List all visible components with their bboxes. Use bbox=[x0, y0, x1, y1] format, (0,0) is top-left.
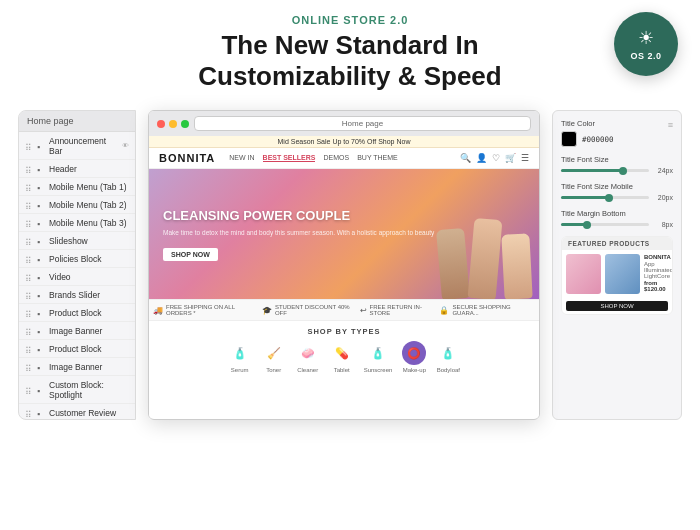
shipping-item-free: 🚚 FREE SHIPPING ON ALL ORDERS * bbox=[153, 304, 262, 316]
drag-icon: ⠿ bbox=[25, 166, 31, 172]
sidebar-item-slideshow[interactable]: ⠿ ▪ Slideshow bbox=[19, 232, 135, 250]
shop-now-button[interactable]: SHOP NOW bbox=[566, 301, 668, 311]
maximize-dot[interactable] bbox=[181, 120, 189, 128]
font-size-slider-track[interactable] bbox=[561, 169, 649, 172]
drag-icon: ⠿ bbox=[25, 143, 31, 149]
close-dot[interactable] bbox=[157, 120, 165, 128]
search-icon[interactable]: 🔍 bbox=[460, 153, 471, 163]
section-icon: ▪ bbox=[37, 345, 45, 353]
sidebar-item-brands-slider[interactable]: ⠿ ▪ Brands Slider bbox=[19, 286, 135, 304]
cat-item-toner[interactable]: 🧹 Toner bbox=[262, 341, 286, 373]
cart-icon[interactable]: 🛒 bbox=[505, 153, 516, 163]
shipping-item-secure: 🔒 SECURE SHOPPING GUARA... bbox=[439, 304, 535, 316]
section-icon: ▪ bbox=[37, 273, 45, 281]
browser-content: Mid Season Sale Up to 70% Off Shop Now B… bbox=[149, 136, 539, 418]
featured-header: FEATURED PRODUCTS bbox=[562, 237, 672, 250]
font-size-value: 24px bbox=[653, 167, 673, 174]
title-font-size-label: Title Font Size bbox=[561, 155, 673, 164]
font-size-slider-fill bbox=[561, 169, 623, 172]
product-brand: BONNITA bbox=[644, 254, 673, 260]
cat-icon-sunscreen: 🧴 bbox=[366, 341, 390, 365]
font-size-slider-row: 24px bbox=[561, 167, 673, 174]
nav-demos[interactable]: DEMOS bbox=[323, 154, 349, 162]
sidebar-item-product-block-2[interactable]: ⠿ ▪ Product Block bbox=[19, 340, 135, 358]
cat-item-tablet[interactable]: 💊 Tablet bbox=[330, 341, 354, 373]
hero-cta-button[interactable]: SHOP NOW bbox=[163, 248, 218, 261]
sidebar-item-customer-review[interactable]: ⠿ ▪ Customer Review bbox=[19, 404, 135, 420]
product-name: App Illuminated LightCore bbox=[644, 261, 673, 279]
product-bottle-2 bbox=[468, 218, 503, 299]
wishlist-icon[interactable]: ♡ bbox=[492, 153, 500, 163]
drag-icon: ⠿ bbox=[25, 238, 31, 244]
sale-banner: Mid Season Sale Up to 70% Off Shop Now bbox=[149, 136, 539, 148]
cat-label-toner: Toner bbox=[266, 367, 281, 373]
nav-new-in[interactable]: NEW IN bbox=[229, 154, 254, 162]
browser-url-bar[interactable]: Home page bbox=[194, 116, 531, 131]
section-icon: ▪ bbox=[37, 327, 45, 335]
sidebar-item-header[interactable]: ⠿ ▪ Header bbox=[19, 160, 135, 178]
font-size-slider-thumb[interactable] bbox=[619, 167, 627, 175]
product-info: BONNITA App Illuminated LightCore from $… bbox=[644, 254, 673, 294]
color-swatch[interactable] bbox=[561, 131, 577, 147]
cat-label-cleaner: Cleaner bbox=[297, 367, 318, 373]
sidebar-item-announcement-bar[interactable]: ⠿ ▪ Announcement Bar 👁 bbox=[19, 132, 135, 160]
sidebar-item-policies[interactable]: ⠿ ▪ Policies Block bbox=[19, 250, 135, 268]
margin-slider-thumb[interactable] bbox=[583, 221, 591, 229]
cat-icon-cleaner: 🧼 bbox=[296, 341, 320, 365]
drag-icon: ⠿ bbox=[25, 202, 31, 208]
margin-value: 8px bbox=[653, 221, 673, 228]
font-mobile-slider-thumb[interactable] bbox=[605, 194, 613, 202]
font-mobile-slider-track[interactable] bbox=[561, 196, 649, 199]
browser-window: Home page Mid Season Sale Up to 70% Off … bbox=[148, 110, 540, 420]
sidebar-item-product-block-1[interactable]: ⠿ ▪ Product Block bbox=[19, 304, 135, 322]
cat-item-cleaner[interactable]: 🧼 Cleaner bbox=[296, 341, 320, 373]
sidebar-item-label: Custom Block: Spotlight bbox=[49, 380, 129, 400]
product-bottle-3 bbox=[501, 234, 532, 300]
shipping-text-student: STUDENT DISCOUNT 40% OFF bbox=[275, 304, 360, 316]
account-icon[interactable]: 👤 bbox=[476, 153, 487, 163]
sidebar-header: Home page bbox=[19, 111, 135, 132]
sidebar-item-label: Mobile Menu (Tab 3) bbox=[49, 218, 126, 228]
categories-section: SHOP BY TYPES 🧴 Serum 🧹 Toner 🧼 Cleaner bbox=[149, 321, 539, 379]
sidebar-item-mobile-menu-3[interactable]: ⠿ ▪ Mobile Menu (Tab 3) bbox=[19, 214, 135, 232]
title-color-setting: Title Color ≡ #000000 bbox=[561, 119, 673, 147]
menu-icon[interactable]: ☰ bbox=[521, 153, 529, 163]
settings-menu-icon[interactable]: ≡ bbox=[668, 120, 673, 130]
sidebar-item-label: Announcement Bar bbox=[49, 136, 118, 156]
sidebar-item-label: Image Banner bbox=[49, 362, 102, 372]
cat-item-makeup[interactable]: ⭕ Make-up bbox=[402, 341, 426, 373]
cat-icon-bodyloaf: 🧴 bbox=[436, 341, 460, 365]
nav-buy-theme[interactable]: BUY THEME bbox=[357, 154, 398, 162]
product-thumb-1 bbox=[566, 254, 601, 294]
nav-best-sellers[interactable]: BEST SELLERS bbox=[263, 154, 316, 162]
drag-icon: ⠿ bbox=[25, 256, 31, 262]
sun-icon: ☀ bbox=[638, 27, 654, 49]
sidebar-item-video[interactable]: ⠿ ▪ Video bbox=[19, 268, 135, 286]
font-mobile-slider-fill bbox=[561, 196, 609, 199]
cat-icon-tablet: 💊 bbox=[330, 341, 354, 365]
section-icon: ▪ bbox=[37, 142, 45, 150]
margin-slider-track[interactable] bbox=[561, 223, 649, 226]
sidebar-item-mobile-menu-2[interactable]: ⠿ ▪ Mobile Menu (Tab 2) bbox=[19, 196, 135, 214]
cat-item-serum[interactable]: 🧴 Serum bbox=[228, 341, 252, 373]
hero-section: CLEANSING POWER COUPLE Make time to deto… bbox=[149, 169, 539, 299]
sidebar-item-label: Header bbox=[49, 164, 77, 174]
browser-toolbar: Home page bbox=[149, 111, 539, 136]
drag-icon: ⠿ bbox=[25, 274, 31, 280]
sidebar-item-custom-spotlight[interactable]: ⠿ ▪ Custom Block: Spotlight bbox=[19, 376, 135, 404]
sidebar-item-image-banner-1[interactable]: ⠿ ▪ Image Banner bbox=[19, 322, 135, 340]
hero-subtitle: Make time to detox the mind and body thi… bbox=[163, 228, 434, 237]
sidebar-item-mobile-menu-1[interactable]: ⠿ ▪ Mobile Menu (Tab 1) bbox=[19, 178, 135, 196]
section-icon: ▪ bbox=[37, 165, 45, 173]
sidebar-item-label: Brands Slider bbox=[49, 290, 100, 300]
cat-icon-makeup: ⭕ bbox=[402, 341, 426, 365]
minimize-dot[interactable] bbox=[169, 120, 177, 128]
cat-item-sunscreen[interactable]: 🧴 Sunscreen bbox=[364, 341, 393, 373]
sidebar-item-image-banner-2[interactable]: ⠿ ▪ Image Banner bbox=[19, 358, 135, 376]
categories-title: SHOP BY TYPES bbox=[157, 327, 531, 336]
sidebar-item-label: Product Block bbox=[49, 308, 101, 318]
cat-item-bodyloaf[interactable]: 🧴 Bodyloaf bbox=[436, 341, 460, 373]
title-margin-label: Title Margin Bottom bbox=[561, 209, 673, 218]
color-hex-value: #000000 bbox=[582, 135, 614, 144]
color-picker-row: #000000 bbox=[561, 131, 673, 147]
